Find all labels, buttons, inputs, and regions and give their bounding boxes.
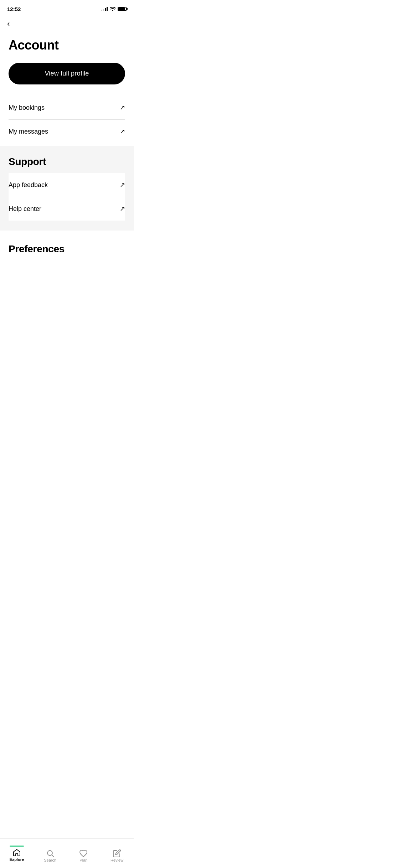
help-center-item[interactable]: Help center ↗ [9, 197, 125, 221]
support-items: App feedback ↗ Help center ↗ [9, 173, 125, 221]
external-link-icon-4: ↗ [120, 205, 125, 213]
status-bar: 12:52 [0, 0, 134, 16]
my-bookings-label: My bookings [9, 104, 45, 112]
page-title: Account [9, 38, 125, 53]
preferences-section: Preferences [0, 233, 134, 255]
signal-icon [101, 7, 108, 11]
preferences-title: Preferences [9, 243, 125, 255]
external-link-icon-3: ↗ [120, 181, 125, 189]
back-button[interactable]: ‹ [0, 16, 134, 32]
back-arrow-icon: ‹ [7, 19, 10, 28]
my-messages-label: My messages [9, 128, 48, 135]
external-link-icon: ↗ [120, 104, 125, 112]
battery-icon [118, 7, 127, 11]
app-feedback-item[interactable]: App feedback ↗ [9, 173, 125, 197]
support-title: Support [9, 156, 125, 167]
app-feedback-label: App feedback [9, 181, 48, 189]
external-link-icon-2: ↗ [120, 128, 125, 135]
my-messages-item[interactable]: My messages ↗ [9, 120, 125, 143]
wifi-icon [110, 7, 115, 11]
support-section: Support App feedback ↗ Help center ↗ [0, 146, 134, 231]
view-profile-button[interactable]: View full profile [9, 63, 125, 84]
status-icons [101, 7, 127, 11]
my-bookings-item[interactable]: My bookings ↗ [9, 96, 125, 119]
status-time: 12:52 [7, 6, 21, 12]
account-section: Account View full profile My bookings ↗ … [0, 38, 134, 143]
help-center-label: Help center [9, 205, 41, 213]
